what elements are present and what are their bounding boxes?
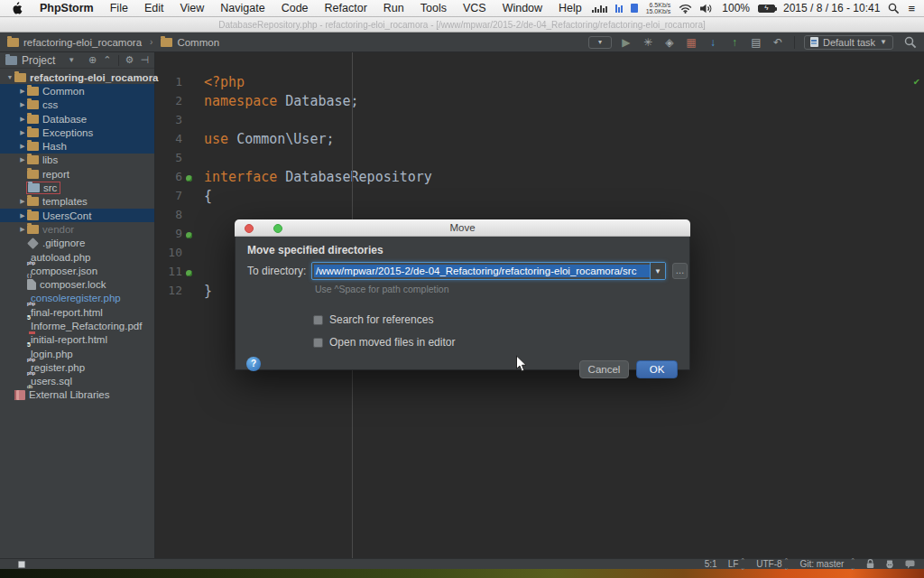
implemented-marker-icon[interactable]: [182, 225, 195, 242]
inspections-profile-icon[interactable]: [885, 560, 894, 569]
move-dialog-titlebar[interactable]: Move: [235, 219, 690, 237]
tree-item-autoload-php[interactable]: autoload.php: [0, 250, 154, 264]
tree-item-templates[interactable]: ▶templates: [0, 195, 154, 209]
project-panel-title[interactable]: Project: [22, 54, 55, 67]
tree-item-composer-json[interactable]: composer.json: [0, 264, 154, 277]
line-ending-selector[interactable]: LF⌃⌄: [728, 557, 746, 572]
help-button[interactable]: ?: [246, 357, 261, 371]
tree-item-informe-refactoring-pdf[interactable]: Informe_Refactoring.pdf: [0, 319, 154, 332]
expand-arrow-icon[interactable]: ▶: [18, 143, 27, 150]
vcs-commit-button[interactable]: ↑: [727, 36, 742, 49]
editor-line-2[interactable]: 2namespace Database;: [155, 91, 924, 110]
toolwindow-toggle-icon[interactable]: [18, 561, 25, 568]
menu-file[interactable]: File: [102, 2, 136, 14]
expand-arrow-icon[interactable]: ▶: [18, 212, 27, 219]
debug-button[interactable]: ✳: [641, 36, 655, 49]
notification-center-icon[interactable]: ≡: [908, 2, 915, 15]
encoding-selector[interactable]: UTF-8⌃⌄: [756, 557, 789, 572]
disk-activity-icon[interactable]: [631, 4, 638, 13]
zoom-icon[interactable]: [273, 224, 282, 233]
editor-line-4[interactable]: 4use Common\User;: [155, 129, 924, 148]
tree-item-database[interactable]: ▶Database: [0, 112, 154, 126]
collapse-all-icon[interactable]: ⌃: [103, 54, 111, 66]
run-button[interactable]: ▶: [619, 36, 633, 49]
run-config-dropdown[interactable]: ▾: [588, 36, 612, 49]
checkbox-icon[interactable]: [313, 315, 323, 325]
menu-view[interactable]: View: [171, 2, 212, 14]
tree-item-refactoring-eloi-rocamora[interactable]: ▼refactoring-eloi_rocamora: [0, 70, 154, 84]
tree-item--gitignore[interactable]: .gitignore: [0, 237, 154, 250]
lock-icon[interactable]: [866, 559, 874, 569]
close-icon[interactable]: [245, 224, 254, 233]
tree-item-src[interactable]: src: [0, 181, 154, 194]
tree-item-initial-report-html[interactable]: initial-report.html: [0, 333, 154, 347]
editor-line-7[interactable]: 7{: [155, 186, 924, 205]
open-moved-files-checkbox[interactable]: Open moved files in editor: [313, 336, 455, 349]
event-log-icon[interactable]: [905, 560, 915, 569]
vcs-update-button[interactable]: ↓: [706, 36, 720, 49]
combobox-dropdown-icon[interactable]: ▼: [650, 263, 665, 279]
coverage-button[interactable]: ◈: [662, 36, 677, 49]
tree-item-report[interactable]: report: [0, 167, 154, 181]
breadcrumb-common[interactable]: Common: [177, 37, 219, 48]
chevron-down-icon[interactable]: ▼: [68, 56, 75, 64]
cpu-history-icon[interactable]: [592, 4, 607, 13]
tree-item-external-libraries[interactable]: External Libraries: [0, 388, 154, 402]
expand-arrow-icon[interactable]: ▶: [18, 101, 27, 108]
implemented-marker-icon[interactable]: [182, 168, 195, 185]
apple-menu-icon[interactable]: [11, 2, 23, 14]
breadcrumb-project[interactable]: refactoring-eloi_rocamora: [23, 37, 142, 48]
editor-line-1[interactable]: 1<?php: [155, 72, 924, 91]
tree-item-common[interactable]: ▶Common: [0, 84, 154, 98]
menu-navigate[interactable]: Navigate: [212, 2, 273, 14]
menu-window[interactable]: Window: [494, 2, 550, 14]
tree-item-vendor[interactable]: ▶vendor: [0, 222, 154, 236]
hide-panel-icon[interactable]: ⊣: [140, 54, 149, 66]
expand-arrow-icon[interactable]: ▶: [18, 88, 27, 95]
locate-file-icon[interactable]: ⊕: [88, 54, 97, 66]
battery-icon[interactable]: ϟ: [758, 5, 775, 13]
git-branch-selector[interactable]: Git: master ⌃⌄: [799, 557, 855, 572]
editor-line-6[interactable]: 6interface DatabaseRepository: [155, 167, 924, 186]
target-directory-value[interactable]: /www/mpwar/2015-2/de-04_Refactoring/refa…: [314, 265, 650, 277]
menu-vcs[interactable]: VCS: [455, 2, 494, 14]
menu-refactor[interactable]: Refactor: [317, 2, 375, 14]
volume-icon[interactable]: [700, 4, 714, 14]
implemented-marker-icon[interactable]: [182, 263, 195, 280]
tree-item-css[interactable]: ▶css: [0, 98, 154, 112]
tree-item-login-php[interactable]: login.php: [0, 347, 154, 360]
spotlight-icon[interactable]: [888, 3, 900, 14]
tree-item-userscont[interactable]: ▶UsersCont: [0, 209, 154, 222]
caret-position[interactable]: 5:1: [705, 559, 717, 569]
search-everywhere-icon[interactable]: [904, 36, 917, 49]
inspection-ok-icon[interactable]: ✔: [913, 76, 919, 88]
profiler-button[interactable]: ▦: [684, 36, 698, 49]
menubar-clock[interactable]: 2015 / 8 / 16 - 10:41: [783, 2, 880, 14]
menu-edit[interactable]: Edit: [136, 2, 172, 14]
target-directory-combobox[interactable]: /www/mpwar/2015-2/de-04_Refactoring/refa…: [311, 262, 666, 280]
menu-run[interactable]: Run: [375, 2, 412, 14]
search-for-references-checkbox[interactable]: Search for references: [313, 313, 433, 326]
undo-button[interactable]: ↶: [771, 36, 785, 49]
vcs-changes-button[interactable]: ▤: [749, 36, 763, 49]
expand-arrow-icon[interactable]: ▶: [18, 156, 27, 163]
tree-item-users-sql[interactable]: users.sql: [0, 375, 154, 388]
expand-arrow-icon[interactable]: ▼: [5, 74, 14, 80]
expand-arrow-icon[interactable]: ▶: [18, 226, 27, 233]
tree-item-hash[interactable]: ▶Hash: [0, 139, 154, 153]
task-selector[interactable]: Default task ▼: [804, 35, 893, 50]
cancel-button[interactable]: Cancel: [579, 360, 629, 378]
network-speed[interactable]: 6.5Kb/s15.0Kb/s: [646, 2, 671, 15]
checkbox-icon[interactable]: [313, 338, 323, 348]
tree-item-register-php[interactable]: register.php: [0, 360, 154, 374]
tree-item-composer-lock[interactable]: composer.lock: [0, 277, 154, 291]
tree-item-libs[interactable]: ▶libs: [0, 154, 154, 167]
expand-arrow-icon[interactable]: ▶: [18, 129, 27, 136]
wifi-icon[interactable]: [679, 4, 692, 14]
editor-line-3[interactable]: 3: [155, 110, 924, 129]
menu-code[interactable]: Code: [273, 2, 317, 14]
tree-item-final-report-html[interactable]: final-report.html: [0, 305, 154, 319]
expand-arrow-icon[interactable]: ▶: [18, 116, 27, 123]
menu-tools[interactable]: Tools: [412, 2, 455, 14]
expand-arrow-icon[interactable]: ▶: [18, 198, 27, 205]
